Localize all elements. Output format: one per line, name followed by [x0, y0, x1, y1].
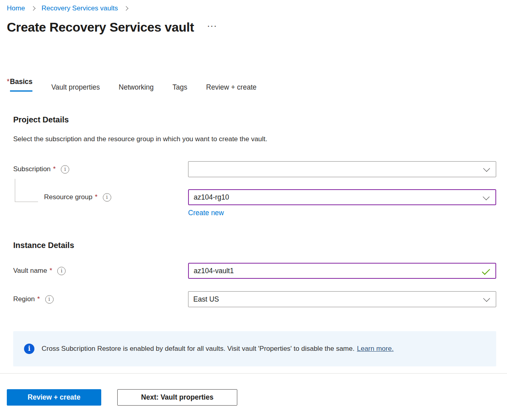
subscription-row: Subscription * i	[13, 161, 496, 177]
vault-name-label: Vault name * i	[13, 263, 188, 279]
banner-text: Cross Subcription Restore is enabled by …	[42, 345, 355, 353]
vault-name-label-text: Vault name	[13, 267, 47, 275]
instance-details-heading: Instance Details	[13, 240, 496, 250]
region-row: Region * i	[13, 291, 496, 307]
page-header: Create Recovery Services vault ···	[7, 19, 507, 35]
resource-group-row: Resource group * i Create new	[13, 189, 496, 217]
chevron-right-icon	[124, 6, 128, 10]
tab-review-create[interactable]: Review + create	[206, 83, 257, 92]
resource-group-label: Resource group * i	[13, 189, 188, 205]
subscription-input[interactable]	[188, 162, 496, 177]
footer-actions: Review + create Next: Vault properties	[7, 389, 507, 406]
footer-divider	[0, 373, 507, 374]
required-asterisk: *	[7, 78, 10, 86]
info-banner: i Cross Subcription Restore is enabled b…	[13, 331, 496, 366]
page-title: Create Recovery Services vault	[7, 19, 194, 35]
next-vault-properties-button[interactable]: Next: Vault properties	[117, 389, 237, 406]
tab-label: Review + create	[206, 83, 257, 97]
breadcrumb: Home Recovery Services vaults	[0, 0, 507, 13]
tab-label: Tags	[172, 83, 187, 97]
info-glyph: i	[28, 346, 30, 352]
vault-name-input[interactable]	[189, 264, 495, 278]
info-icon[interactable]: i	[45, 295, 54, 304]
create-recovery-services-vault-page: Home Recovery Services vaults Create Rec…	[0, 0, 507, 420]
tab-label: Networking	[119, 83, 154, 97]
breadcrumb-recovery-services-vaults[interactable]: Recovery Services vaults	[42, 4, 118, 12]
region-input[interactable]	[188, 292, 496, 307]
basics-form: Project Details Select the subscription …	[13, 115, 496, 366]
tab-label: Vault properties	[51, 83, 100, 97]
tab-vault-properties[interactable]: Vault properties	[51, 83, 100, 92]
resource-group-input[interactable]	[189, 190, 495, 204]
review-create-button[interactable]: Review + create	[7, 389, 101, 406]
resource-group-dropdown[interactable]	[188, 189, 496, 205]
resource-group-control: Create new	[188, 189, 496, 217]
tab-basics[interactable]: *Basics	[7, 78, 32, 92]
more-options-button[interactable]: ···	[208, 23, 218, 30]
info-glyph: i	[64, 167, 66, 172]
resource-group-label-text: Resource group	[44, 193, 92, 201]
chevron-right-icon	[31, 6, 35, 10]
project-details-description: Select the subscription and the resource…	[13, 135, 496, 144]
create-new-link[interactable]: Create new	[188, 209, 224, 217]
region-label-text: Region	[13, 295, 35, 303]
tab-label: Basics	[10, 78, 32, 92]
required-asterisk: *	[37, 295, 40, 303]
region-dropdown[interactable]	[188, 291, 496, 307]
tab-tags[interactable]: Tags	[172, 83, 187, 92]
info-icon[interactable]: i	[61, 165, 69, 174]
required-asterisk: *	[53, 165, 56, 173]
region-label: Region * i	[13, 291, 188, 307]
info-icon[interactable]: i	[57, 267, 66, 275]
info-glyph: i	[48, 297, 50, 302]
info-glyph: i	[61, 268, 62, 273]
tab-bar: *Basics Vault properties Networking Tags…	[7, 78, 507, 92]
info-icon[interactable]: i	[103, 193, 111, 202]
subscription-label-text: Subscription	[13, 165, 51, 173]
info-glyph: i	[106, 195, 108, 200]
required-asterisk: *	[50, 267, 52, 275]
tree-connector-line	[15, 179, 38, 202]
info-icon: i	[24, 344, 34, 354]
tab-networking[interactable]: Networking	[119, 83, 154, 92]
vault-name-field[interactable]	[188, 263, 496, 279]
subscription-label: Subscription * i	[13, 161, 188, 177]
project-details-heading: Project Details	[13, 115, 496, 124]
subscription-dropdown[interactable]	[188, 161, 496, 177]
learn-more-link[interactable]: Learn more.	[357, 345, 394, 353]
vault-name-row: Vault name * i	[13, 263, 496, 279]
required-asterisk: *	[95, 193, 98, 201]
breadcrumb-home[interactable]: Home	[7, 4, 25, 12]
